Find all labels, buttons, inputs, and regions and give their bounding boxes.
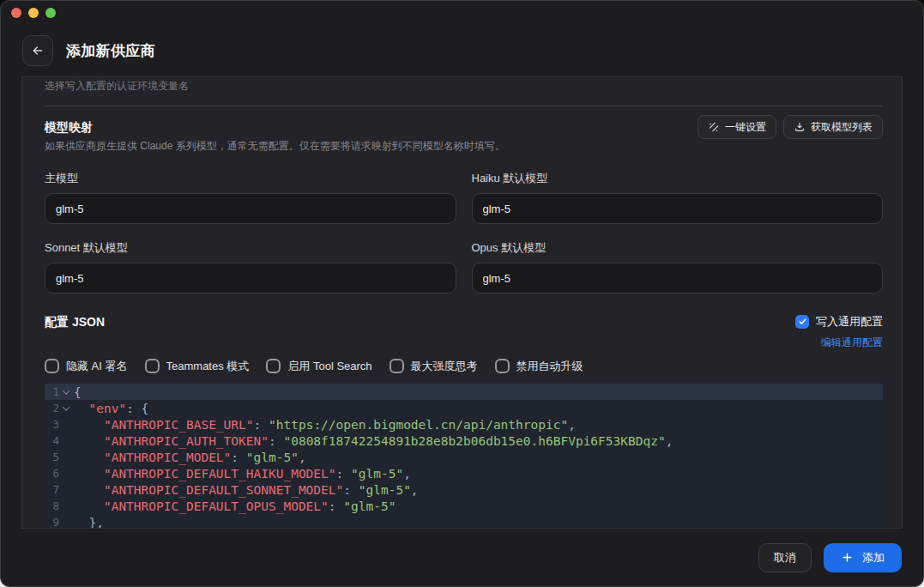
flag-checkbox-1[interactable]: Teammates 模式: [145, 359, 250, 373]
code-text: "ANTHROPIC_DEFAULT_OPUS_MODEL": "glm-5": [74, 499, 396, 513]
unchecked-checkbox-icon[interactable]: [495, 359, 510, 373]
magic-wand-icon: [708, 121, 720, 133]
download-icon: [794, 121, 806, 133]
code-line-1[interactable]: 1{: [45, 384, 883, 400]
fetch-model-list-button[interactable]: 获取模型列表: [783, 115, 883, 139]
plus-icon: [841, 551, 854, 564]
code-line-6[interactable]: 6 "ANTHROPIC_DEFAULT_HAIKU_MODEL": "glm-…: [45, 465, 883, 481]
section-divider: [45, 106, 883, 106]
model-mapping-section-header: 模型映射 如果供应商原生提供 Claude 系列模型，通常无需配置。仅在需要将请…: [45, 119, 883, 153]
titlebar: [1, 1, 923, 25]
write-common-config-label: 写入通用配置: [816, 315, 883, 329]
code-text: "env": {: [74, 402, 148, 415]
model-field-0: 主模型: [45, 172, 456, 224]
model-mapping-title: 模型映射: [45, 119, 505, 135]
code-line-7[interactable]: 7 "ANTHROPIC_DEFAULT_SONNET_MODEL": "glm…: [45, 481, 883, 498]
flag-checkbox-0[interactable]: 隐藏 AI 署名: [45, 359, 128, 373]
code-text: {: [74, 385, 82, 399]
line-number: 2: [45, 402, 59, 415]
code-text: "ANTHROPIC_DEFAULT_SONNET_MODEL": "glm-5…: [74, 483, 419, 497]
flag-checkbox-2[interactable]: 启用 Tool Search: [266, 359, 371, 373]
form-scroll-area: 选择写入配置的认证环境变量名 模型映射 如果供应商原生提供 Claude 系列模…: [21, 76, 903, 529]
code-text: "ANTHROPIC_MODEL": "glm-5",: [74, 451, 306, 464]
unchecked-checkbox-icon[interactable]: [145, 359, 160, 373]
flag-checkbox-3[interactable]: 最大强度思考: [390, 359, 478, 373]
header: 添加新供应商: [1, 25, 923, 76]
config-flags-row: 隐藏 AI 署名Teammates 模式启用 Tool Search最大强度思考…: [45, 359, 883, 373]
line-number: 8: [45, 499, 59, 512]
model-field-label: Sonnet 默认模型: [45, 241, 456, 255]
code-text: "ANTHROPIC_BASE_URL": "https://open.bigm…: [74, 418, 576, 432]
code-line-2[interactable]: 2 "env": {: [45, 400, 883, 416]
fold-chevron-icon[interactable]: [59, 406, 72, 411]
code-line-8[interactable]: 8 "ANTHROPIC_DEFAULT_OPUS_MODEL": "glm-5…: [45, 498, 883, 514]
unchecked-checkbox-icon[interactable]: [390, 359, 404, 373]
cancel-button[interactable]: 取消: [758, 543, 812, 572]
code-line-5[interactable]: 5 "ANTHROPIC_MODEL": "glm-5",: [45, 449, 883, 465]
model-field-input[interactable]: [45, 193, 456, 224]
model-mapping-description: 如果供应商原生提供 Claude 系列模型，通常无需配置。仅在需要将请求映射到不…: [45, 140, 505, 153]
quick-setup-button[interactable]: 一键设置: [698, 115, 776, 139]
json-code-editor[interactable]: 1{2 "env": {3 "ANTHROPIC_BASE_URL": "htt…: [45, 384, 883, 529]
model-field-2: Sonnet 默认模型: [45, 241, 456, 294]
line-number: 3: [45, 418, 59, 431]
line-number: 4: [45, 434, 59, 447]
edit-common-config-link[interactable]: 编辑通用配置: [821, 337, 883, 348]
fold-chevron-icon[interactable]: [59, 390, 72, 395]
page-title: 添加新供应商: [66, 41, 155, 61]
flag-label: 启用 Tool Search: [287, 359, 371, 373]
code-line-3[interactable]: 3 "ANTHROPIC_BASE_URL": "https://open.bi…: [45, 416, 883, 433]
model-fields-grid: 主模型Haiku 默认模型Sonnet 默认模型Opus 默认模型: [45, 172, 883, 294]
model-field-label: Haiku 默认模型: [472, 172, 884, 185]
unchecked-checkbox-icon[interactable]: [45, 359, 59, 373]
line-number: 5: [45, 451, 59, 463]
line-number: 1: [45, 385, 59, 398]
unchecked-checkbox-icon[interactable]: [266, 359, 281, 373]
code-text: "ANTHROPIC_AUTH_TOKEN": "0808f1874225489…: [74, 434, 673, 448]
config-json-title: 配置 JSON: [45, 314, 105, 330]
model-field-1: Haiku 默认模型: [472, 172, 884, 224]
flag-label: 隐藏 AI 署名: [66, 359, 128, 373]
model-field-label: 主模型: [45, 172, 456, 185]
minimize-window-button[interactable]: [28, 8, 39, 18]
flag-label: 最大强度思考: [411, 359, 478, 373]
line-number: 7: [45, 483, 59, 496]
model-field-input[interactable]: [472, 193, 884, 224]
flag-label: 禁用自动升级: [516, 359, 583, 373]
model-field-label: Opus 默认模型: [472, 241, 884, 255]
model-mapping-actions: 一键设置 获取模型列表: [698, 115, 883, 139]
model-field-3: Opus 默认模型: [472, 241, 884, 294]
model-field-input[interactable]: [472, 263, 884, 294]
code-text: "ANTHROPIC_DEFAULT_HAIKU_MODEL": "glm-5"…: [74, 467, 411, 481]
code-text: },: [74, 516, 104, 530]
add-button[interactable]: 添加: [824, 543, 902, 572]
window: 添加新供应商 选择写入配置的认证环境变量名 模型映射 如果供应商原生提供 Cla…: [0, 0, 924, 587]
code-line-4[interactable]: 4 "ANTHROPIC_AUTH_TOKEN": "0808f18742254…: [45, 433, 883, 449]
flag-label: Teammates 模式: [166, 359, 250, 373]
write-common-config-checkbox-row[interactable]: 写入通用配置: [795, 314, 883, 329]
footer: 取消 添加: [1, 529, 923, 586]
arrow-left-icon: [31, 44, 45, 57]
zoom-window-button[interactable]: [45, 8, 56, 18]
line-number: 6: [45, 467, 59, 480]
auth-env-help-text: 选择写入配置的认证环境变量名: [45, 80, 883, 92]
line-number: 9: [45, 516, 59, 529]
config-json-header: 配置 JSON 写入通用配置 编辑通用配置: [45, 314, 883, 348]
checked-checkbox-icon[interactable]: [795, 315, 809, 329]
back-button[interactable]: [22, 35, 53, 66]
flag-checkbox-4[interactable]: 禁用自动升级: [495, 359, 583, 373]
close-window-button[interactable]: [11, 8, 21, 18]
code-line-9[interactable]: 9 },: [45, 514, 883, 529]
model-field-input[interactable]: [45, 263, 456, 294]
